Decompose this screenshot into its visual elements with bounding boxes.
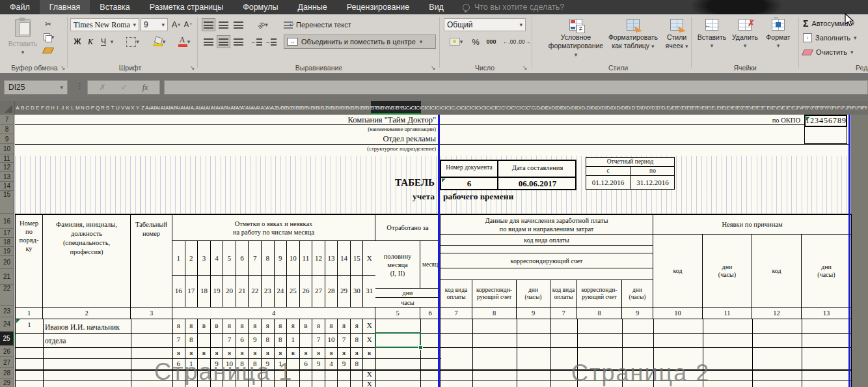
column-header[interactable]: EG <box>697 101 702 115</box>
underline-dropdown-icon[interactable]: ▾ <box>109 35 115 48</box>
column-header[interactable]: V <box>120 101 126 115</box>
column-header[interactable]: EI <box>707 101 712 115</box>
day-hours-cell[interactable]: 7 <box>172 333 185 347</box>
column-header[interactable]: AW <box>256 101 261 115</box>
column-header[interactable]: CP <box>481 101 486 115</box>
column-header[interactable]: O <box>85 101 90 115</box>
day-hours-cell[interactable]: 7 <box>223 333 236 347</box>
copy-button[interactable]: ▾ <box>39 32 59 42</box>
day-number-cell[interactable]: 12 <box>312 241 325 275</box>
column-header[interactable]: DN <box>601 101 606 115</box>
decrease-decimal-button[interactable]: .00→ <box>517 35 531 48</box>
pay-code-band[interactable]: код вида оплаты <box>441 235 653 246</box>
column-header[interactable]: AL <box>200 101 206 115</box>
cut-button[interactable]: ✂ <box>40 19 56 29</box>
day-number-cell[interactable]: 24 <box>275 276 288 307</box>
column-header[interactable]: ER <box>752 101 757 115</box>
row-header[interactable]: 28 <box>0 368 14 379</box>
column-header[interactable]: CW <box>516 101 521 115</box>
column-header[interactable]: FM <box>857 101 862 115</box>
orientation-button[interactable]: ab ▾ <box>252 18 273 31</box>
font-size-combo[interactable]: 9 ▾ <box>141 18 168 31</box>
day-number-cell[interactable]: 16 <box>172 276 185 307</box>
clear-button[interactable]: Очистить ▾ <box>803 46 868 58</box>
column-header[interactable]: BY <box>396 101 401 115</box>
day-mark-cell[interactable]: я <box>236 347 249 358</box>
col-header-absence[interactable]: Неявки по причинам <box>653 215 851 235</box>
day-hours-cell[interactable]: 8 <box>351 333 364 347</box>
numbering-cell[interactable]: 8 <box>472 308 517 319</box>
day-cell[interactable] <box>312 369 325 380</box>
column-header[interactable]: W <box>125 101 130 115</box>
column-header[interactable]: BB <box>280 101 286 115</box>
column-header[interactable]: DD <box>551 101 556 115</box>
insert-function-icon[interactable]: fx <box>142 83 148 93</box>
day-mark-cell[interactable]: X <box>363 319 375 333</box>
align-right-button[interactable] <box>232 35 245 48</box>
row-header[interactable]: 27 <box>0 357 14 368</box>
day-number-cell[interactable]: 4 <box>211 241 224 275</box>
column-header[interactable]: CM <box>466 101 471 115</box>
day-hours-cell[interactable]: 9 <box>338 358 351 369</box>
day-mark-cell[interactable]: я <box>249 319 262 333</box>
column-header[interactable]: C <box>25 101 30 115</box>
column-header[interactable]: ED <box>682 101 687 115</box>
column-header[interactable]: DO <box>606 101 612 115</box>
column-header[interactable]: CD <box>421 101 426 115</box>
column-header[interactable]: EX <box>782 101 787 115</box>
day-hours-cell[interactable]: 9 <box>249 333 262 347</box>
day-hours-cell[interactable] <box>211 333 224 347</box>
column-header[interactable]: CT <box>501 101 506 115</box>
sub-header-pay-code[interactable]: код видаоплаты <box>550 280 577 307</box>
column-header[interactable]: ET <box>762 101 767 115</box>
column-header[interactable]: AX <box>260 101 265 115</box>
day-hours-cell[interactable]: 10 <box>325 333 338 347</box>
day-mark-cell[interactable]: я <box>223 347 236 358</box>
day-number-cell[interactable]: 5 <box>223 241 236 275</box>
column-header[interactable]: AM <box>206 101 211 115</box>
day-hours-cell[interactable]: 7 <box>312 333 325 347</box>
wrap-text-button[interactable]: ↵ Перенести текст <box>284 18 370 31</box>
column-header[interactable]: BG <box>306 101 311 115</box>
day-mark-cell[interactable]: я <box>185 319 198 333</box>
sub-header-days[interactable]: дни(часы) <box>622 280 653 307</box>
doc-number-value[interactable]: 6 <box>441 179 497 189</box>
column-header[interactable]: DH <box>571 101 576 115</box>
column-header[interactable]: EE <box>686 101 692 115</box>
day-hours-cell[interactable]: 4 <box>325 358 338 369</box>
column-header[interactable]: CF <box>431 101 436 115</box>
column-header[interactable]: DC <box>547 101 552 115</box>
delete-cells-button[interactable]: ✗ Удалить ▾ <box>729 17 761 70</box>
column-header[interactable]: DE <box>556 101 562 115</box>
column-header[interactable]: DB <box>541 101 547 115</box>
numbering-cell[interactable]: 2 <box>43 308 131 319</box>
column-header[interactable]: BI <box>316 101 321 115</box>
paste-button[interactable]: Вставить ▾ <box>7 17 39 70</box>
column-header[interactable]: R <box>100 101 105 115</box>
column-header[interactable]: FF <box>822 101 827 115</box>
column-header[interactable]: P <box>90 101 96 115</box>
column-header[interactable]: CV <box>511 101 517 115</box>
percent-style-button[interactable]: % <box>470 35 481 48</box>
numbering-cell[interactable]: 7 <box>441 308 472 319</box>
day-number-cell[interactable]: 21 <box>236 276 249 307</box>
day-number-cell[interactable]: 3 <box>198 241 211 275</box>
column-header[interactable]: BE <box>295 101 301 115</box>
day-number-cell[interactable]: 11 <box>300 241 313 275</box>
row-header[interactable]: 8 <box>0 125 14 134</box>
increase-decimal-button[interactable]: ←.00 <box>502 35 517 48</box>
borders-button[interactable]: ▾ <box>122 35 143 48</box>
company-name[interactable]: Компания "Тайм Доктор" <box>195 115 436 125</box>
day-number-cell[interactable]: 8 <box>262 241 275 275</box>
column-header[interactable]: EL <box>722 101 727 115</box>
day-cell[interactable]: X <box>363 380 375 387</box>
day-mark-cell[interactable]: я <box>312 347 325 358</box>
column-header[interactable]: AD <box>160 101 165 115</box>
column-header[interactable]: BR <box>361 101 366 115</box>
row-header[interactable]: 17 <box>0 229 14 238</box>
column-header[interactable]: DZ <box>662 101 667 115</box>
page-break-line[interactable] <box>848 115 850 387</box>
column-header[interactable]: DQ <box>616 101 621 115</box>
column-header[interactable]: AI <box>185 101 191 115</box>
column-header[interactable]: EN <box>732 101 737 115</box>
